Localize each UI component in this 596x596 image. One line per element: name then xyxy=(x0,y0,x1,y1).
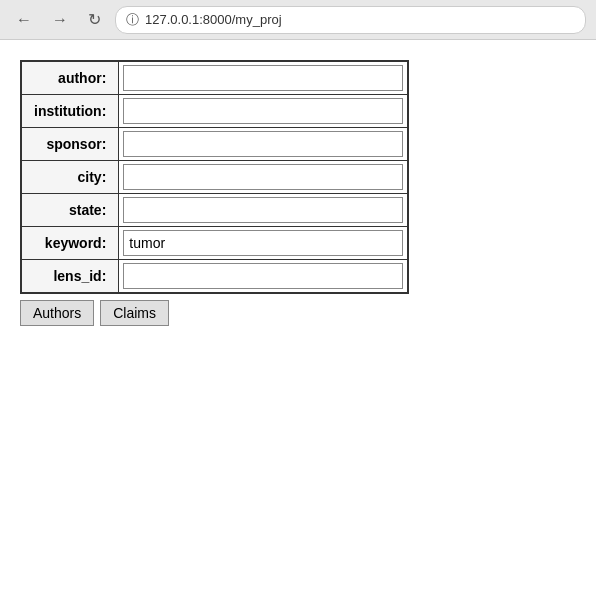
keyword-input[interactable] xyxy=(123,230,403,256)
info-icon: ⓘ xyxy=(126,11,139,29)
author-input[interactable] xyxy=(123,65,403,91)
claims-btn[interactable]: Claims xyxy=(100,300,169,326)
address-bar[interactable]: ⓘ 127.0.0.1:8000/my_proj xyxy=(115,6,586,34)
form-row-institution: institution: xyxy=(21,95,408,128)
label-city: city: xyxy=(21,161,119,194)
lens_id-input[interactable] xyxy=(123,263,403,289)
label-lens_id: lens_id: xyxy=(21,260,119,294)
page-content: author:institution:sponsor:city:state:ke… xyxy=(0,40,596,596)
label-state: state: xyxy=(21,194,119,227)
input-cell-city xyxy=(119,161,409,194)
input-cell-institution xyxy=(119,95,409,128)
label-keyword: keyword: xyxy=(21,227,119,260)
input-cell-lens_id xyxy=(119,260,409,294)
input-cell-state xyxy=(119,194,409,227)
back-button[interactable]: ← xyxy=(10,7,38,33)
button-row: AuthorsClaims xyxy=(20,300,576,326)
form-row-state: state: xyxy=(21,194,408,227)
input-cell-keyword xyxy=(119,227,409,260)
sponsor-input[interactable] xyxy=(123,131,403,157)
label-author: author: xyxy=(21,61,119,95)
form-row-city: city: xyxy=(21,161,408,194)
state-input[interactable] xyxy=(123,197,403,223)
institution-input[interactable] xyxy=(123,98,403,124)
form-row-keyword: keyword: xyxy=(21,227,408,260)
form-row-sponsor: sponsor: xyxy=(21,128,408,161)
forward-button[interactable]: → xyxy=(46,7,74,33)
url-text: 127.0.0.1:8000/my_proj xyxy=(145,12,282,27)
form-row-author: author: xyxy=(21,61,408,95)
city-input[interactable] xyxy=(123,164,403,190)
reload-button[interactable]: ↻ xyxy=(82,6,107,33)
browser-chrome: ← → ↻ ⓘ 127.0.0.1:8000/my_proj xyxy=(0,0,596,40)
label-sponsor: sponsor: xyxy=(21,128,119,161)
form-row-lens_id: lens_id: xyxy=(21,260,408,294)
input-cell-sponsor xyxy=(119,128,409,161)
label-institution: institution: xyxy=(21,95,119,128)
input-cell-author xyxy=(119,61,409,95)
search-form: author:institution:sponsor:city:state:ke… xyxy=(20,60,409,294)
authors-btn[interactable]: Authors xyxy=(20,300,94,326)
